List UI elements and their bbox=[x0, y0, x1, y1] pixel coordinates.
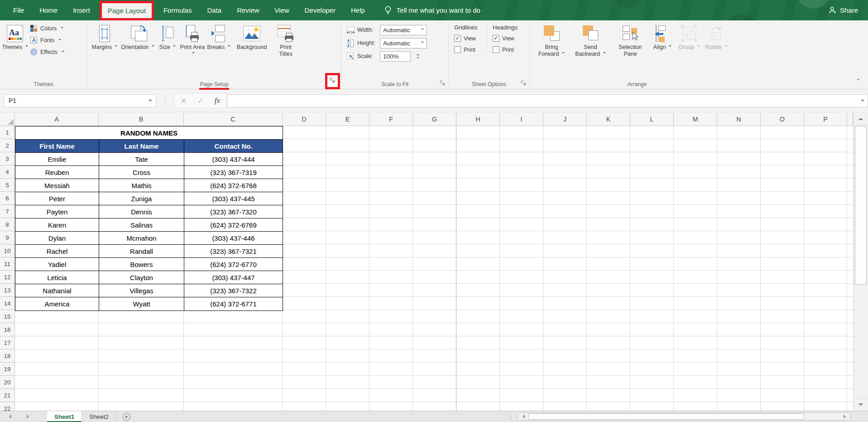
table-data-cell[interactable]: (303) 437-447 bbox=[184, 271, 283, 284]
size-button[interactable]: Size bbox=[157, 20, 178, 77]
table-data-cell[interactable]: Wyatt bbox=[99, 297, 184, 310]
table-data-cell[interactable]: (303) 437-445 bbox=[184, 192, 283, 205]
row-header-13[interactable]: 13 bbox=[0, 284, 15, 297]
column-header-H[interactable]: H bbox=[456, 112, 500, 126]
row-header-15[interactable]: 15 bbox=[0, 310, 15, 323]
row-header-19[interactable]: 19 bbox=[0, 363, 15, 376]
table-data-cell[interactable]: Rachel bbox=[15, 245, 99, 257]
row-header-18[interactable]: 18 bbox=[0, 349, 15, 363]
menu-tab-developer[interactable]: Developer bbox=[297, 0, 343, 20]
dialog-launcher-icon[interactable] bbox=[330, 77, 336, 85]
align-button[interactable]: Align bbox=[651, 20, 674, 77]
table-data-cell[interactable]: Yadiel bbox=[15, 258, 99, 271]
fonts-button[interactable]: A Fonts bbox=[30, 36, 64, 44]
sheet-tab-sheet2[interactable]: Sheet2 bbox=[82, 411, 116, 422]
table-data-cell[interactable]: Peter bbox=[15, 192, 99, 205]
headings-view-checkbox[interactable]: ✓ View bbox=[493, 35, 525, 42]
horizontal-scrollbar[interactable] bbox=[518, 412, 850, 421]
table-data-cell[interactable]: (303) 437-444 bbox=[184, 153, 283, 165]
column-header-B[interactable]: B bbox=[99, 112, 184, 126]
row-header-6[interactable]: 6 bbox=[0, 192, 15, 205]
menu-tab-help[interactable]: Help bbox=[343, 0, 373, 20]
column-header-D[interactable]: D bbox=[283, 112, 326, 126]
table-data-cell[interactable]: Cross bbox=[99, 166, 184, 179]
effects-button[interactable]: Effects bbox=[30, 48, 64, 56]
print-area-button[interactable]: Print Area bbox=[180, 20, 205, 77]
cancel-icon[interactable]: ✕ bbox=[181, 97, 187, 105]
previous-sheet-icon[interactable] bbox=[7, 414, 11, 419]
table-header-cell[interactable]: First Name bbox=[15, 140, 99, 152]
insert-function-icon[interactable]: fx bbox=[215, 96, 220, 105]
menu-tab-review[interactable]: Review bbox=[229, 0, 267, 20]
table-data-cell[interactable]: (303) 437-446 bbox=[184, 232, 283, 244]
menu-tab-view[interactable]: View bbox=[267, 0, 297, 20]
gridlines-print-checkbox[interactable]: Print bbox=[454, 46, 487, 53]
name-box-dropdown-icon[interactable] bbox=[149, 100, 152, 103]
scroll-up-icon[interactable] bbox=[854, 112, 868, 125]
row-header-22[interactable]: 22 bbox=[0, 402, 15, 411]
table-data-cell[interactable]: Villegas bbox=[99, 284, 184, 297]
name-box[interactable]: P1 bbox=[4, 94, 156, 107]
column-header-G[interactable]: G bbox=[413, 112, 456, 126]
table-data-cell[interactable]: (323) 367-7322 bbox=[184, 284, 283, 297]
table-data-cell[interactable]: (323) 367-7320 bbox=[184, 205, 283, 218]
width-combobox[interactable]: Automatic bbox=[380, 25, 427, 35]
orientation-button[interactable]: Orientation bbox=[120, 20, 155, 77]
selection-pane-button[interactable]: Selection Pane bbox=[612, 20, 648, 77]
table-data-cell[interactable]: (624) 372-6769 bbox=[184, 218, 283, 231]
background-button[interactable]: Background bbox=[232, 20, 271, 77]
select-all-corner[interactable] bbox=[0, 112, 15, 126]
print-titles-button[interactable]: Print Titles bbox=[273, 20, 298, 77]
column-header-A[interactable]: A bbox=[15, 112, 99, 126]
column-header-F[interactable]: F bbox=[369, 112, 413, 126]
menu-tab-data[interactable]: Data bbox=[199, 0, 229, 20]
vertical-scrollbar[interactable] bbox=[853, 112, 868, 411]
scale-to-fit-dialog-launcher[interactable] bbox=[439, 80, 446, 87]
row-header-8[interactable]: 8 bbox=[0, 218, 15, 231]
table-data-cell[interactable]: Messiah bbox=[15, 179, 99, 192]
row-header-21[interactable]: 21 bbox=[0, 389, 15, 402]
formula-bar-grip-icon[interactable]: ⋮ bbox=[162, 97, 168, 105]
scrollbar-resize-grip-icon[interactable]: ⋮ bbox=[508, 411, 514, 422]
scroll-left-icon[interactable] bbox=[518, 413, 528, 420]
themes-button[interactable]: Aa Themes bbox=[0, 20, 30, 77]
group-button[interactable]: Group bbox=[676, 20, 702, 77]
table-data-cell[interactable]: (323) 367-7321 bbox=[184, 245, 283, 257]
next-sheet-icon[interactable] bbox=[27, 414, 31, 419]
share-button[interactable]: Share bbox=[829, 0, 858, 20]
scroll-down-icon[interactable] bbox=[854, 398, 868, 411]
table-data-cell[interactable]: Tate bbox=[99, 153, 184, 165]
table-header-cell[interactable]: Contact No. bbox=[184, 140, 283, 152]
table-data-cell[interactable]: Dylan bbox=[15, 232, 99, 244]
column-header-M[interactable]: M bbox=[674, 112, 717, 126]
column-header-I[interactable]: I bbox=[500, 112, 543, 126]
column-header-partial[interactable] bbox=[847, 112, 853, 126]
scale-spinners[interactable] bbox=[417, 53, 419, 60]
collapse-ribbon-icon[interactable]: ⌃ bbox=[856, 78, 861, 84]
table-data-cell[interactable]: Emilie bbox=[15, 153, 99, 165]
row-header-5[interactable]: 5 bbox=[0, 179, 15, 192]
table-data-cell[interactable]: (624) 372-6768 bbox=[184, 179, 283, 192]
table-data-cell[interactable]: Leticia bbox=[15, 271, 99, 284]
row-header-14[interactable]: 14 bbox=[0, 297, 15, 310]
menu-tab-file[interactable]: File bbox=[5, 0, 32, 20]
table-data-cell[interactable]: Dennis bbox=[99, 205, 184, 218]
formula-input[interactable] bbox=[227, 94, 868, 107]
row-header-16[interactable]: 16 bbox=[0, 323, 15, 336]
column-header-K[interactable]: K bbox=[587, 112, 630, 126]
column-header-N[interactable]: N bbox=[717, 112, 761, 126]
send-backward-button[interactable]: Send Backward bbox=[571, 20, 609, 77]
table-data-cell[interactable]: Mathis bbox=[99, 179, 184, 192]
gridlines-view-checkbox[interactable]: ✓ View bbox=[454, 35, 487, 42]
column-header-O[interactable]: O bbox=[761, 112, 804, 126]
table-data-cell[interactable]: Clayton bbox=[99, 271, 184, 284]
table-data-cell[interactable]: Karen bbox=[15, 218, 99, 231]
table-data-cell[interactable]: Payten bbox=[15, 205, 99, 218]
menu-tab-home[interactable]: Home bbox=[32, 0, 65, 20]
tell-me-box[interactable]: Tell me what you want to do bbox=[384, 6, 480, 15]
menu-tab-formulas[interactable]: Formulas bbox=[156, 0, 200, 20]
vertical-scrollbar-thumb[interactable] bbox=[855, 126, 867, 285]
row-header-3[interactable]: 3 bbox=[0, 152, 15, 165]
table-data-cell[interactable]: Reuben bbox=[15, 166, 99, 179]
row-header-2[interactable]: 2 bbox=[0, 139, 15, 152]
